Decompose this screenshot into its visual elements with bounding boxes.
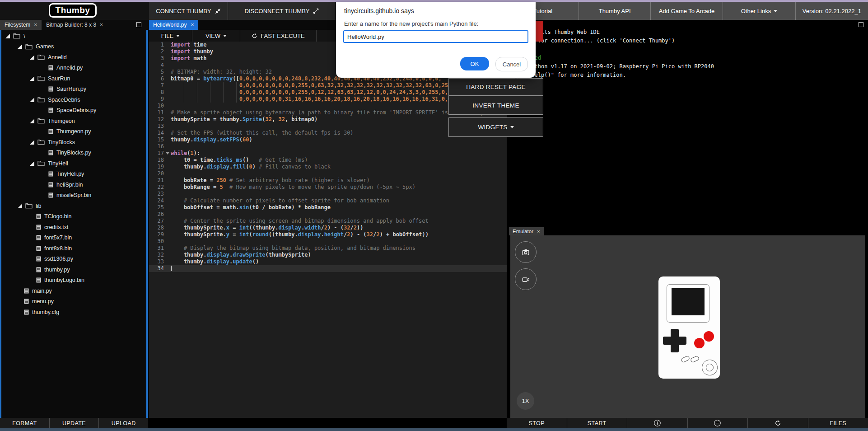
screenshot-button[interactable] — [515, 241, 537, 263]
invert-theme-item[interactable]: INVERT THEME — [449, 95, 543, 114]
expand-arrow-icon[interactable] — [30, 140, 34, 145]
close-icon[interactable]: × — [34, 22, 37, 28]
rotate-button[interactable] — [747, 418, 808, 428]
record-video-button[interactable] — [515, 268, 537, 290]
code-line[interactable]: 32 thumby.display.drawSprite(thumbySprit… — [149, 252, 507, 258]
tree-item[interactable]: main.py — [0, 286, 148, 296]
widgets-menu-button[interactable]: WIDGETS — [448, 117, 543, 137]
code-line[interactable]: 30 — [149, 238, 507, 245]
code-line[interactable]: 23 — [149, 191, 507, 197]
code-line[interactable]: 21 bobRate = 250 # Set arbitrary bob rat… — [149, 177, 507, 184]
tree-item[interactable]: SpaceDebris — [0, 94, 148, 105]
top-menu-button[interactable]: Version: 02.21.2022_1 — [795, 2, 868, 20]
emulator-zoom-button[interactable]: 1X — [517, 392, 534, 410]
tree-item[interactable]: SpaceDebris.py — [0, 105, 148, 116]
tree-item[interactable]: lib — [0, 201, 148, 211]
tree-item[interactable]: font5x7.bin — [0, 233, 148, 244]
connect-thumby-button[interactable]: CONNECT THUMBY — [149, 2, 228, 20]
tree-item[interactable]: Thumgeon.py — [0, 126, 148, 137]
disconnect-thumby-button[interactable]: DISCONNECT THUMBY — [228, 2, 336, 20]
expand-arrow-icon[interactable] — [18, 204, 22, 208]
b-button[interactable] — [694, 338, 705, 348]
stop-button[interactable]: STOP — [507, 418, 567, 428]
tree-item[interactable]: credits.txt — [0, 222, 148, 233]
tree-item[interactable]: TinyHeli.py — [0, 169, 148, 180]
tree-item[interactable]: thumby.py — [0, 264, 148, 275]
tree-item[interactable]: Annelid.py — [0, 63, 148, 74]
hard-reset-page-item[interactable]: HARD RESET PAGE — [449, 79, 543, 95]
update-button[interactable]: UPDATE — [49, 418, 99, 428]
left-scrollbar[interactable] — [0, 30, 1, 418]
upload-button[interactable]: UPLOAD — [98, 418, 148, 428]
expand-arrow-icon[interactable] — [18, 44, 22, 49]
tab-helloworld[interactable]: HelloWorld.py × — [149, 20, 198, 30]
tree-item[interactable]: TinyBlocks — [0, 137, 148, 148]
zoom-out-button[interactable] — [687, 418, 748, 428]
code-line[interactable]: 19 thumby.display.fill(0) # Fill canvas … — [149, 164, 507, 170]
menu-pill-button[interactable] — [681, 355, 690, 363]
tree-item[interactable]: SaurRun.py — [0, 84, 148, 95]
panel-tab[interactable]: Bitmap Builder: 8 x 8 × — [42, 20, 107, 30]
tree-item[interactable]: heliSpr.bin — [0, 179, 148, 190]
tree-item[interactable]: font8x8.bin — [0, 243, 148, 254]
code-line[interactable]: 31 # Display the bitmap using bitmap dat… — [149, 245, 507, 252]
file-menu-button[interactable]: FILE — [149, 30, 192, 42]
tree-item[interactable]: SaurRun — [0, 73, 148, 84]
tree-item[interactable]: TClogo.bin — [0, 211, 148, 222]
tree-item[interactable]: \ — [0, 31, 148, 42]
tree-item[interactable]: Thumgeon — [0, 116, 148, 126]
code-line[interactable]: 29 thumbySprite.y = int(round((thumby.di… — [149, 231, 507, 238]
tree-item[interactable]: TinyHeli — [0, 158, 148, 169]
files-button[interactable]: FILES — [808, 418, 868, 428]
code-line[interactable]: 26 — [149, 211, 507, 218]
close-icon[interactable]: × — [191, 22, 194, 28]
expand-arrow-icon[interactable] — [30, 161, 34, 166]
code-line[interactable]: 16 — [149, 143, 507, 150]
close-icon[interactable]: × — [537, 229, 540, 234]
expand-arrow-icon[interactable] — [30, 98, 34, 102]
menu-pill-button[interactable] — [690, 355, 700, 363]
tree-item[interactable]: missileSpr.bin — [0, 190, 148, 201]
a-button[interactable] — [704, 331, 714, 342]
code-line[interactable]: 33 thumby.display.update() — [149, 258, 507, 265]
tab-emulator[interactable]: Emulator × — [509, 227, 544, 235]
expand-arrow-icon[interactable] — [5, 34, 10, 38]
top-menu-button[interactable]: Other Links — [723, 2, 795, 20]
maximize-panel-icon[interactable] — [136, 22, 141, 27]
code-line[interactable]: 18 t0 = time.ticks_ms() # Get time (ms) — [149, 157, 507, 164]
filename-input[interactable]: HelloWorld .py — [343, 30, 528, 43]
expand-arrow-icon[interactable] — [30, 55, 34, 60]
expand-arrow-icon[interactable] — [30, 119, 34, 123]
view-menu-button[interactable]: VIEW — [192, 30, 240, 42]
filesystem-scrollbar[interactable] — [146, 30, 148, 418]
code-line[interactable]: 20 — [149, 170, 507, 177]
code-line[interactable]: 27 # Center the sprite using screen and … — [149, 218, 507, 225]
zoom-in-button[interactable] — [627, 418, 687, 428]
cancel-button[interactable]: Cancel — [495, 57, 528, 71]
close-icon[interactable]: × — [100, 22, 103, 28]
tree-item[interactable]: menu.py — [0, 296, 148, 307]
tree-item[interactable]: thumbyLogo.bin — [0, 275, 148, 286]
ok-button[interactable]: OK — [460, 57, 489, 70]
code-line[interactable]: 25 bobOffset = math.sin(t0 / bobRate) * … — [149, 204, 507, 211]
tree-item[interactable]: TinyBlocks.py — [0, 148, 148, 159]
start-button[interactable]: START — [567, 418, 627, 428]
fast-execute-button[interactable]: FAST EXECUTE — [240, 30, 316, 42]
expand-arrow-icon[interactable] — [30, 76, 34, 81]
code-line[interactable]: 17 while(1): — [149, 150, 507, 157]
tree-item[interactable]: thumby.cfg — [0, 307, 148, 318]
tree-item[interactable]: Games — [0, 42, 148, 52]
top-menu-button[interactable]: Add Game To Arcade — [650, 2, 723, 20]
code-line[interactable]: 15 thumby.display.setFPS(60) — [149, 136, 507, 143]
tree-item[interactable]: Annelid — [0, 52, 148, 63]
dpad-button[interactable] — [663, 329, 686, 352]
code-line[interactable]: 34 — [149, 265, 507, 272]
top-menu-button[interactable]: Thumby API — [579, 2, 650, 20]
format-button[interactable]: FORMAT — [0, 418, 49, 428]
maximize-panel-icon[interactable] — [859, 22, 863, 27]
code-line[interactable]: 22 bobRange = 5 # How many pixels to mov… — [149, 184, 507, 191]
code-line[interactable]: 28 thumbySprite.x = int((thumby.display.… — [149, 225, 507, 231]
tree-item[interactable]: ssd1306.py — [0, 254, 148, 265]
panel-tab[interactable]: Filesystem × — [0, 20, 42, 30]
code-line[interactable]: 24 # Calculate number of pixels to offse… — [149, 197, 507, 204]
